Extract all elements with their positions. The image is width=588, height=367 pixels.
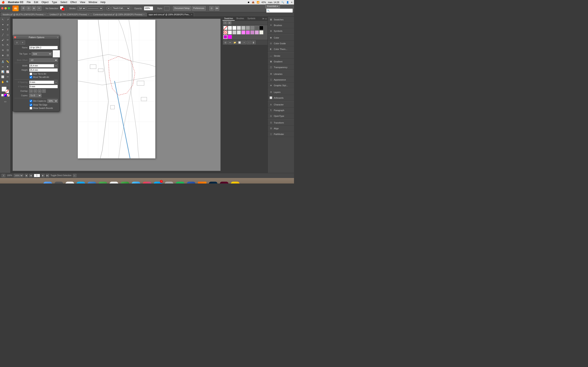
transform-tool-btn[interactable]: ⊡ (26, 6, 31, 11)
menu-type[interactable]: Type (52, 1, 57, 4)
slice-tool[interactable]: ✂ (5, 75, 10, 79)
style-selector[interactable] (164, 6, 169, 10)
panel-item-symbols[interactable]: ◈ Symbols (268, 28, 294, 34)
swatch-registration[interactable]: ⊕ (228, 26, 232, 30)
tab-close[interactable]: × (44, 13, 45, 16)
artboard-input[interactable] (34, 174, 40, 177)
tab-close[interactable]: × (143, 13, 145, 16)
preferences-button[interactable]: Preferences (192, 6, 206, 11)
v-spacing-input[interactable] (29, 85, 58, 88)
swatch-pink3[interactable] (250, 30, 254, 34)
tab-fasades[interactable]: fasades.ai* @ 66,67% (CMYK/GPU Preview) … (1, 12, 47, 17)
blend-tool[interactable]: ∞ (0, 64, 5, 69)
maximize-button[interactable] (8, 7, 10, 9)
show-tile-checkbox[interactable] (30, 104, 32, 106)
width-input[interactable] (29, 64, 54, 67)
dock-messages[interactable]: 💬 (131, 180, 141, 184)
minimize-button[interactable] (4, 7, 7, 9)
dock-system-prefs[interactable]: ⚙ (164, 180, 174, 184)
tab-swatches[interactable]: Swatches (223, 17, 235, 21)
panel-item-appearance[interactable]: ◻ Appearance (268, 77, 294, 83)
dock-photos[interactable]: 🌸 (109, 180, 119, 184)
panel-item-color[interactable]: ◉ Color (268, 35, 294, 41)
swatch-pattern2[interactable] (228, 30, 232, 34)
dock-finder[interactable]: 😊 (43, 180, 53, 184)
dock-indesign[interactable]: Id (219, 180, 229, 184)
essentials-btn[interactable]: Essentials ▾ (265, 4, 280, 8)
dim-copies-checkbox[interactable] (30, 100, 32, 102)
link-hv-spacing[interactable]: ⇔ (54, 80, 58, 84)
menu-effect[interactable]: Effect (70, 1, 77, 4)
menu-edit[interactable]: Edit (34, 1, 38, 4)
swatches-delete-btn[interactable]: 🗑 (251, 41, 256, 44)
panel-item-transform[interactable]: ⊡ Transform (268, 120, 294, 125)
toggle-toolbar-btn[interactable]: ☰ (21, 6, 26, 11)
copies-select[interactable]: 5 x 53 x 37 x 7 (29, 94, 42, 97)
dock-maps[interactable]: 🗺 (98, 180, 108, 184)
swatch-lgray[interactable] (237, 26, 241, 30)
artboard[interactable] (78, 20, 155, 158)
status-info-btn[interactable]: ℹ (2, 174, 5, 177)
toggle-arrow-btn[interactable]: ▷ (73, 174, 76, 177)
dock-facetime[interactable]: 📱 (120, 180, 130, 184)
overlap-right-front[interactable]: ▷ (34, 89, 37, 93)
search-icon[interactable]: 🔍 (281, 1, 284, 4)
tab-contextual[interactable]: Contextual Appraisal.ai* @ 100% (RGB/GPU… (91, 12, 146, 17)
menu-help[interactable]: Help (100, 1, 105, 4)
swatch-white[interactable] (232, 26, 236, 30)
panel-item-color-theme[interactable]: ◐ Color Them... (268, 46, 294, 52)
shape-tool[interactable]: □ (5, 33, 10, 37)
dock-appstore[interactable]: 5 🏪 (153, 180, 163, 184)
dock-launchpad[interactable]: 🚀 (54, 180, 64, 184)
overlap-top-front[interactable]: △ (38, 89, 42, 93)
draw-mode-btn[interactable]: ▭ (1, 99, 9, 104)
panel-item-artboards[interactable]: ⬜ Artboards (268, 95, 294, 101)
fill-mode-btn[interactable] (1, 94, 4, 96)
panel-item-transparency[interactable]: ◫ Transparency (268, 64, 294, 70)
swatch-gray5[interactable] (237, 30, 241, 34)
none-mode-btn[interactable] (7, 94, 9, 96)
size-tile-checkbox[interactable] (30, 73, 32, 75)
close-button[interactable] (1, 7, 3, 9)
pen-tool-btn[interactable]: ✒ (37, 6, 42, 11)
link-width-height[interactable]: ⇔ (54, 64, 58, 67)
pen-tool[interactable]: ✒ (0, 27, 5, 32)
dock-illustrator[interactable]: Ai (197, 180, 207, 184)
canvas-area[interactable]: Pattern Options ≡ ⊡ ✛ Name: Tile Type: (11, 17, 223, 173)
swatches-folder-btn[interactable]: 📁 (233, 41, 237, 44)
eyedropper-tool[interactable]: 🔬 (0, 59, 5, 64)
tab-opps[interactable]: opps and cons.ai* @ 100% (RGB/GPU Prev..… (147, 12, 194, 17)
artboard-tool[interactable]: ⬜ (0, 75, 5, 79)
overlap-left-front[interactable]: ◁ (29, 89, 33, 93)
bar-graph-tool[interactable]: 📈 (5, 69, 10, 74)
view-mode-btn[interactable]: ⊞▾ (215, 6, 219, 11)
dock-photoshop[interactable]: Ps (208, 180, 218, 184)
brick-offset-select[interactable]: 1/2 1/31/4 (29, 58, 58, 62)
swatch-gray4[interactable] (232, 30, 236, 34)
stroke-select[interactable]: 1pt2pt (78, 6, 86, 10)
swatch-magenta-dark[interactable] (223, 35, 227, 39)
swatch-dgray1[interactable] (246, 26, 250, 30)
panel-item-pathfinder[interactable]: ◻ Pathfinder (268, 131, 294, 137)
prev-artboard-btn[interactable]: ◀ (25, 174, 28, 177)
dim-value-select[interactable]: 50%25%75% (47, 99, 58, 103)
lasso-tool[interactable]: ⌀ (5, 22, 10, 27)
panel-item-gradient[interactable]: ▣ Gradient (268, 59, 294, 64)
swatches-libraries-btn[interactable]: ⊟ (223, 41, 227, 44)
menu-file[interactable]: File (27, 1, 31, 4)
opacity-input[interactable] (144, 6, 153, 10)
tab-close[interactable]: × (88, 13, 89, 16)
dock-itunes[interactable]: 🎵 (142, 180, 152, 184)
type-tool[interactable]: T (5, 27, 10, 32)
transform-mode-btn[interactable]: ⊡ (209, 6, 214, 11)
doc-setup-button[interactable]: Document Setup (173, 6, 191, 11)
list-view-btn[interactable]: ≡ (223, 21, 227, 25)
dock-notes[interactable]: 📝 (230, 180, 240, 184)
warp-tool[interactable]: ≋ (0, 48, 5, 53)
panel-item-stroke[interactable]: — Stroke (268, 53, 294, 59)
menu-object[interactable]: Object (42, 1, 49, 4)
swatches-import-btn[interactable]: ↑ (247, 41, 251, 44)
dialog-close-button[interactable] (14, 36, 16, 38)
dock-chrome[interactable]: 🌐 (65, 180, 75, 184)
swatch-pink4[interactable] (255, 30, 259, 34)
